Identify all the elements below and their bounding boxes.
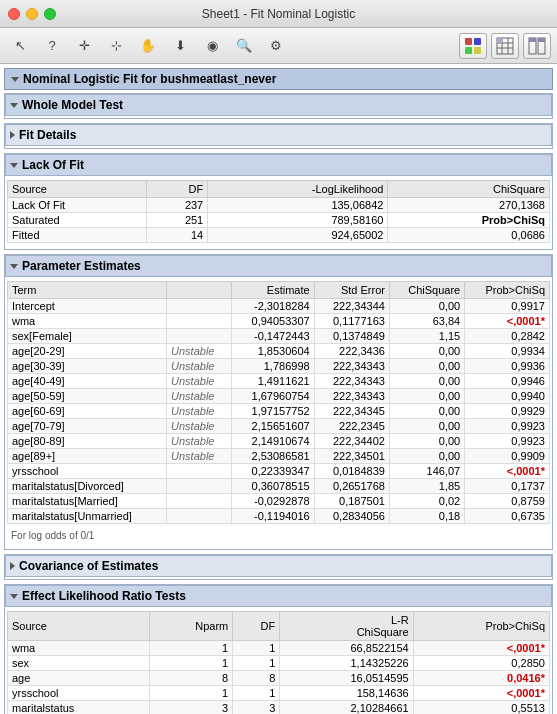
- elrt-header[interactable]: Effect Likelihood Ratio Tests: [5, 585, 552, 607]
- elrt-section: Effect Likelihood Ratio Tests Source Npa…: [4, 584, 553, 714]
- table-row: maritalstatus[Unmarried] -0,1194016 0,28…: [8, 509, 550, 524]
- window-title: Sheet1 - Fit Nominal Logistic: [202, 7, 355, 21]
- download-tool[interactable]: ⬇: [166, 33, 194, 59]
- pe-col-stability: [167, 282, 232, 299]
- covariance-section: Covariance of Estimates: [4, 554, 553, 580]
- svg-rect-9: [497, 38, 502, 43]
- fit-details-section: Fit Details: [4, 123, 553, 149]
- main-section-header[interactable]: Nominal Logistic Fit for bushmeatlast_ne…: [4, 68, 553, 90]
- table-row: age[40-49] Unstable 1,4911621 222,34343 …: [8, 374, 550, 389]
- fit-details-header[interactable]: Fit Details: [5, 124, 552, 146]
- elrt-col-prob: Prob>ChiSq: [413, 612, 549, 641]
- fd-label: Fit Details: [19, 128, 76, 142]
- minimize-button[interactable]: [26, 8, 38, 20]
- table-row: age[70-79] Unstable 2,15651607 222,2345 …: [8, 419, 550, 434]
- elrt-col-lr: L-RChiSquare: [280, 612, 413, 641]
- table-row: age 8 8 16,0514595 0,0416*: [8, 671, 550, 686]
- icon-btn-2[interactable]: [491, 33, 519, 59]
- table-row: age[30-39] Unstable 1,786998 222,34343 0…: [8, 359, 550, 374]
- lack-of-fit-section: Lack Of Fit Source DF -LogLikelihood Chi…: [4, 153, 553, 250]
- pe-col-chi: ChiSquare: [389, 282, 464, 299]
- table-row: age[20-29] Unstable 1,8530604 222,3436 0…: [8, 344, 550, 359]
- svg-rect-2: [465, 47, 472, 54]
- table-row: age[89+] Unstable 2,53086581 222,34501 0…: [8, 449, 550, 464]
- pan-tool[interactable]: ✋: [134, 33, 162, 59]
- pe-note: For log odds of 0/1: [7, 528, 550, 543]
- pe-col-term: Term: [8, 282, 167, 299]
- main-title: Nominal Logistic Fit for bushmeatlast_ne…: [23, 72, 276, 86]
- traffic-lights: [8, 8, 56, 20]
- content-area: Nominal Logistic Fit for bushmeatlast_ne…: [0, 64, 557, 714]
- collapse-triangle: [11, 77, 19, 82]
- elrt-col-nparm: Nparm: [149, 612, 232, 641]
- lof-triangle: [10, 163, 18, 168]
- lof-col-chi: ChiSquare: [388, 181, 550, 198]
- table-row: age[80-89] Unstable 2,14910674 222,34402…: [8, 434, 550, 449]
- table-row: maritalstatus 3 3 2,10284661 0,5513: [8, 701, 550, 715]
- elrt-table: Source Nparm DF L-RChiSquare Prob>ChiSq …: [7, 611, 550, 714]
- cov-header[interactable]: Covariance of Estimates: [5, 555, 552, 577]
- cov-triangle: [10, 562, 15, 570]
- pe-col-stderr: Std Error: [314, 282, 389, 299]
- move-tool[interactable]: ⊹: [102, 33, 130, 59]
- table-icon: [496, 37, 514, 55]
- table-row: Saturated 251 789,58160 Prob>ChiSq: [8, 213, 550, 228]
- table-row: maritalstatus[Divorced] 0,36078515 0,265…: [8, 479, 550, 494]
- lof-content: Source DF -LogLikelihood ChiSquare Lack …: [5, 178, 552, 249]
- parameter-estimates-section: Parameter Estimates Term Estimate Std Er…: [4, 254, 553, 550]
- help-tool[interactable]: ?: [38, 33, 66, 59]
- lof-col-loglik: -LogLikelihood: [208, 181, 388, 198]
- elrt-col-source: Source: [8, 612, 150, 641]
- lof-table: Source DF -LogLikelihood ChiSquare Lack …: [7, 180, 550, 243]
- pe-table: Term Estimate Std Error ChiSquare Prob>C…: [7, 281, 550, 524]
- wmt-label: Whole Model Test: [22, 98, 123, 112]
- lof-header[interactable]: Lack Of Fit: [5, 154, 552, 176]
- lof-label: Lack Of Fit: [22, 158, 84, 172]
- table-row: yrsschool 1 1 158,14636 <,0001*: [8, 686, 550, 701]
- cov-label: Covariance of Estimates: [19, 559, 158, 573]
- grid-icon: [464, 37, 482, 55]
- pe-content: Term Estimate Std Error ChiSquare Prob>C…: [5, 279, 552, 549]
- pe-header[interactable]: Parameter Estimates: [5, 255, 552, 277]
- table-row: wma 0,94053307 0,1177163 63,84 <,0001*: [8, 314, 550, 329]
- pe-col-estimate: Estimate: [231, 282, 314, 299]
- add-tool[interactable]: ✛: [70, 33, 98, 59]
- svg-rect-0: [465, 38, 472, 45]
- toolbar: ↖ ? ✛ ⊹ ✋ ⬇ ◉ 🔍 ⚙: [0, 28, 557, 64]
- svg-rect-13: [538, 38, 545, 42]
- table-row: Fitted 14 924,65002 0,0686: [8, 228, 550, 243]
- svg-rect-1: [474, 38, 481, 45]
- whole-model-test-header[interactable]: Whole Model Test: [5, 94, 552, 116]
- titlebar: Sheet1 - Fit Nominal Logistic: [0, 0, 557, 28]
- table-row: age[60-69] Unstable 1,97157752 222,34345…: [8, 404, 550, 419]
- lof-col-df: DF: [147, 181, 208, 198]
- table-row: sex[Female] -0,1472443 0,1374849 1,15 0,…: [8, 329, 550, 344]
- table-row: yrsschool 0,22339347 0,0184839 146,07 <,…: [8, 464, 550, 479]
- lasso-tool[interactable]: ◉: [198, 33, 226, 59]
- columns-icon: [528, 37, 546, 55]
- wmt-triangle: [10, 103, 18, 108]
- icon-btn-3[interactable]: [523, 33, 551, 59]
- whole-model-test-section: Whole Model Test: [4, 93, 553, 119]
- table-row: maritalstatus[Married] -0,0292878 0,1875…: [8, 494, 550, 509]
- pe-triangle: [10, 264, 18, 269]
- svg-rect-12: [529, 38, 536, 42]
- settings-tool[interactable]: ⚙: [262, 33, 290, 59]
- table-row: wma 1 1 66,8522154 <,0001*: [8, 641, 550, 656]
- toolbar-right: [459, 33, 551, 59]
- lof-col-source: Source: [8, 181, 147, 198]
- maximize-button[interactable]: [44, 8, 56, 20]
- icon-btn-1[interactable]: [459, 33, 487, 59]
- close-button[interactable]: [8, 8, 20, 20]
- table-row: Intercept -2,3018284 222,34344 0,00 0,99…: [8, 299, 550, 314]
- elrt-col-df: DF: [233, 612, 280, 641]
- pe-label: Parameter Estimates: [22, 259, 141, 273]
- pe-col-prob: Prob>ChiSq: [465, 282, 550, 299]
- elrt-content: Source Nparm DF L-RChiSquare Prob>ChiSq …: [5, 609, 552, 714]
- table-row: Lack Of Fit 237 135,06842 270,1368: [8, 198, 550, 213]
- elrt-triangle: [10, 594, 18, 599]
- svg-rect-3: [474, 47, 481, 54]
- cursor-tool[interactable]: ↖: [6, 33, 34, 59]
- table-row: sex 1 1 1,14325226 0,2850: [8, 656, 550, 671]
- search-tool[interactable]: 🔍: [230, 33, 258, 59]
